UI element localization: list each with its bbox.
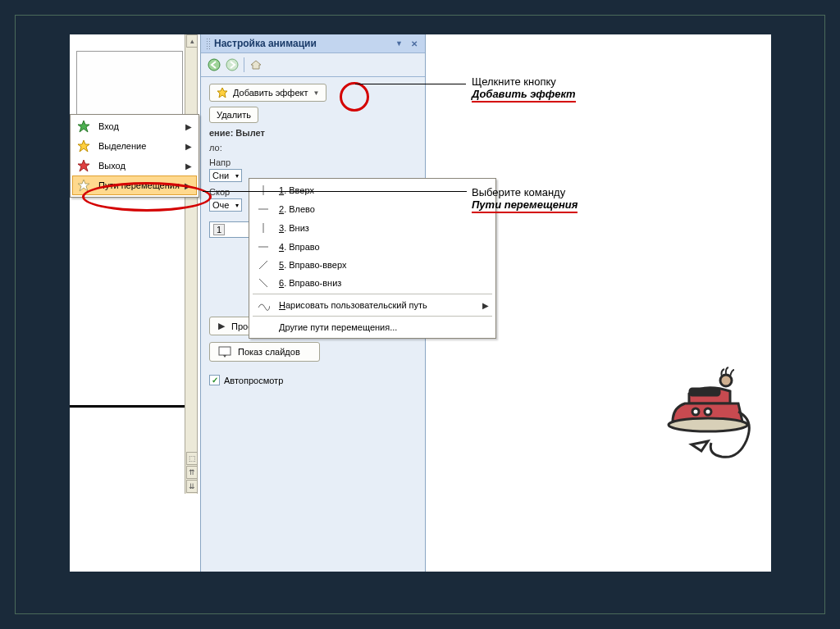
path-up-icon xyxy=(254,184,272,197)
star-green-icon xyxy=(77,120,90,133)
direction-select[interactable]: Сни▾ xyxy=(209,169,242,182)
iron-clipart xyxy=(644,362,759,479)
delete-label: Удалить xyxy=(217,110,251,120)
pane-menu-dropdown[interactable]: ▼ xyxy=(393,39,405,48)
path-custom-icon xyxy=(254,299,272,311)
submenu-arrow-icon: ▶ xyxy=(185,122,192,131)
page-canvas: ▴ ⬚ ⇈ ⇊ Настройка анимации ▼ ✕ xyxy=(70,34,771,572)
path-down-icon xyxy=(254,221,272,235)
star-outline-icon xyxy=(77,179,90,192)
delete-button[interactable]: Удалить xyxy=(209,107,258,123)
svg-marker-6 xyxy=(78,160,89,171)
svg-marker-5 xyxy=(78,140,89,152)
path-upright-icon xyxy=(254,259,272,271)
svg-line-13 xyxy=(259,279,267,287)
submenu-item-more-paths[interactable]: Другие пути перемещения... xyxy=(251,318,494,336)
list-index-badge: 1 xyxy=(213,224,225,235)
svg-point-15 xyxy=(669,418,747,431)
leader-line-2 xyxy=(203,191,467,192)
svg-point-17 xyxy=(705,408,711,415)
home-button[interactable] xyxy=(248,57,264,73)
pane-close-button[interactable]: ✕ xyxy=(409,39,420,48)
motion-path-submenu: 1. Вверх 2. Влево 3. Вниз 4. Вправо 5. В… xyxy=(249,178,496,339)
submenu-arrow-icon: ▶ xyxy=(185,181,191,190)
menu-item-entrance[interactable]: Вход ▶ xyxy=(72,116,197,136)
page-up-icon[interactable]: ⬚ xyxy=(186,452,198,465)
svg-line-12 xyxy=(259,261,267,269)
forward-button[interactable] xyxy=(224,57,240,73)
add-effect-button[interactable]: Добавить эффект ▼ xyxy=(209,84,326,102)
submenu-item-up-right[interactable]: 5. Вправо-вверх xyxy=(251,256,494,274)
menu-item-emphasis[interactable]: Выделение ▶ xyxy=(72,136,197,156)
path-left-icon xyxy=(254,204,272,214)
effect-menu: Вход ▶ Выделение ▶ Выход ▶ Пути перемеще… xyxy=(70,114,199,198)
pane-header: Настройка анимации ▼ ✕ xyxy=(201,34,425,53)
start-label: ло: xyxy=(209,143,417,153)
autopreview-checkbox[interactable]: ✓ Автопросмотр xyxy=(209,375,417,385)
add-effect-label: Добавить эффект xyxy=(233,88,308,98)
prev-slide-icon[interactable]: ⇈ xyxy=(186,466,198,479)
svg-point-0 xyxy=(208,59,220,71)
back-button[interactable] xyxy=(206,57,222,73)
next-slide-icon[interactable]: ⇊ xyxy=(186,480,198,493)
path-right-icon xyxy=(254,242,272,252)
svg-point-16 xyxy=(692,408,699,415)
direction-label: Напр xyxy=(209,157,417,167)
submenu-arrow-icon: ▶ xyxy=(185,162,192,171)
slideshow-button[interactable]: Показ слайдов xyxy=(209,342,320,362)
checkbox-checked-icon: ✓ xyxy=(209,375,220,385)
submenu-item-down[interactable]: 3. Вниз xyxy=(251,218,494,238)
speed-select[interactable]: Оче▾ xyxy=(209,198,242,212)
play-icon: ▶ xyxy=(218,321,225,331)
pane-title: Настройка анимации xyxy=(214,38,390,49)
menu-item-motion-paths[interactable]: Пути перемещения ▶ xyxy=(72,175,197,195)
caret-down-icon: ▼ xyxy=(313,89,319,97)
submenu-item-left[interactable]: 2. Влево xyxy=(251,200,494,218)
star-yellow-icon xyxy=(77,139,90,153)
submenu-arrow-icon: ▶ xyxy=(185,142,192,151)
svg-point-1 xyxy=(226,59,238,71)
change-heading: ение: Вылет xyxy=(209,128,417,138)
annotation-motion-paths: Выберите команду Пути перемещения xyxy=(472,186,578,213)
svg-rect-3 xyxy=(219,347,231,355)
submenu-item-right[interactable]: 4. Вправо xyxy=(251,238,494,256)
slide-preview-area xyxy=(70,34,198,408)
annotation-add-effect: Щелкните кнопку Добавить эффект xyxy=(472,75,576,103)
star-add-icon xyxy=(217,87,228,98)
menu-item-exit[interactable]: Выход ▶ xyxy=(72,156,197,175)
screen-icon xyxy=(218,346,231,358)
submenu-arrow-icon: ▶ xyxy=(482,301,489,310)
pane-toolbar xyxy=(201,53,425,77)
submenu-item-custom-path[interactable]: Нарисовать пользовательский путь ▶ xyxy=(251,296,494,314)
svg-marker-7 xyxy=(78,180,89,191)
submenu-item-down-right[interactable]: 6. Вправо-вниз xyxy=(251,274,494,292)
svg-rect-18 xyxy=(690,389,719,395)
svg-marker-4 xyxy=(78,121,89,132)
leader-line-1 xyxy=(355,84,466,84)
svg-marker-2 xyxy=(217,88,227,98)
submenu-item-up[interactable]: 1. Вверх xyxy=(251,180,494,200)
grip-icon xyxy=(206,38,211,49)
vertical-scrollbar[interactable]: ▴ ⬚ ⇈ ⇊ xyxy=(185,34,198,494)
path-downright-icon xyxy=(254,277,272,289)
star-red-icon xyxy=(77,159,90,172)
scroll-up-button[interactable]: ▴ xyxy=(186,34,198,48)
